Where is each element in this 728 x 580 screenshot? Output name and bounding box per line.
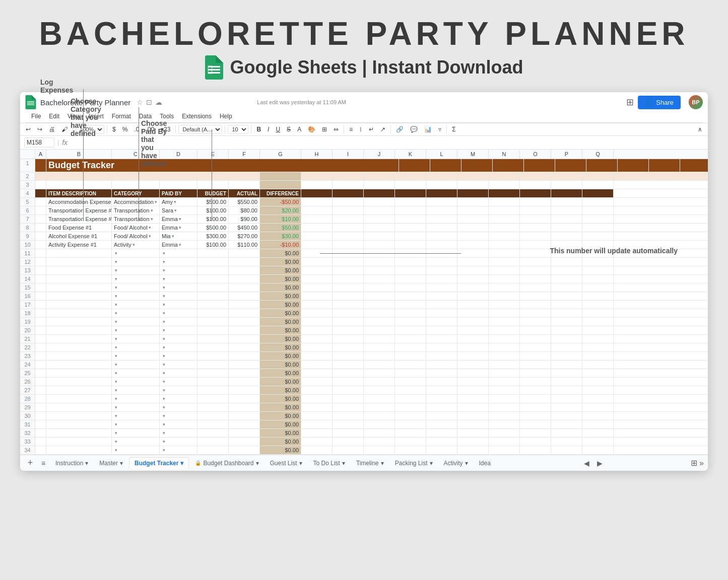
cell-26a[interactable]	[35, 378, 46, 386]
cell-32m[interactable]	[457, 429, 489, 437]
cell-20p[interactable]	[551, 326, 582, 334]
cell-26j[interactable]	[364, 378, 395, 386]
cell-22g[interactable]: $0.00	[260, 343, 301, 351]
cell-18n[interactable]	[489, 309, 520, 317]
cell-21p[interactable]	[551, 335, 582, 343]
cell-9m[interactable]	[457, 232, 489, 240]
cell-4c[interactable]: CATEGORY	[112, 189, 160, 197]
cell-3h[interactable]	[301, 181, 333, 189]
cell-16a[interactable]	[35, 292, 46, 300]
cell-30i[interactable]	[333, 412, 364, 420]
cell-12h[interactable]	[301, 258, 333, 266]
sheets-list-btn[interactable]: ≡	[37, 457, 49, 469]
cell-18c[interactable]: ▾	[112, 309, 160, 317]
cell-23d[interactable]: ▾	[160, 352, 197, 360]
cell-10j[interactable]	[364, 241, 395, 249]
cell-7g[interactable]: $10.00	[260, 215, 301, 223]
cell-2g[interactable]	[260, 172, 301, 180]
cell-28n[interactable]	[489, 395, 520, 403]
cell-6g[interactable]: $20.00	[260, 206, 301, 214]
cell-31k[interactable]	[395, 420, 426, 428]
cell-29q[interactable]	[582, 403, 614, 411]
cell-22p[interactable]	[551, 343, 582, 351]
cell-34e[interactable]	[197, 446, 229, 454]
cell-13n[interactable]	[489, 266, 520, 274]
cell-10k[interactable]	[395, 241, 426, 249]
cell-29j[interactable]	[364, 403, 395, 411]
cell-31i[interactable]	[333, 420, 364, 428]
cell-25d[interactable]: ▾	[160, 369, 197, 377]
cell-21l[interactable]	[426, 335, 457, 343]
cell-13c[interactable]: ▾	[112, 266, 160, 274]
cell-4k[interactable]	[395, 189, 426, 197]
cell-2j[interactable]	[364, 172, 395, 180]
cell-3a[interactable]	[35, 181, 46, 189]
cell-13l[interactable]	[426, 266, 457, 274]
cell-24g[interactable]: $0.00	[260, 360, 301, 369]
menu-extensions[interactable]: Extensions	[179, 111, 215, 121]
cell-12m[interactable]	[457, 258, 489, 266]
cell-28l[interactable]	[426, 395, 457, 403]
cell-32e[interactable]	[197, 429, 229, 437]
cell-15q[interactable]	[582, 283, 614, 292]
cell-28h[interactable]	[301, 395, 333, 403]
cell-17a[interactable]	[35, 301, 46, 309]
cell-5m[interactable]	[457, 198, 489, 206]
cell-13k[interactable]	[395, 266, 426, 274]
cell-18m[interactable]	[457, 309, 489, 317]
cell-26h[interactable]	[301, 378, 333, 386]
cell-9q[interactable]	[582, 232, 614, 240]
cell-19b[interactable]	[46, 318, 112, 326]
cell-34j[interactable]	[364, 446, 395, 454]
increase-decimal-btn[interactable]: .00	[143, 125, 157, 134]
cell-13a[interactable]	[35, 266, 46, 274]
cell-11d[interactable]: ▾	[160, 249, 197, 257]
star-icon[interactable]: ☆	[137, 98, 143, 106]
cell-33p[interactable]	[551, 438, 582, 446]
cell-30l[interactable]	[426, 412, 457, 420]
cell-12g[interactable]: $0.00	[260, 258, 301, 266]
cell-31n[interactable]	[489, 420, 520, 428]
cell-30p[interactable]	[551, 412, 582, 420]
cell-8k[interactable]	[395, 224, 426, 232]
cell-24p[interactable]	[551, 360, 582, 369]
cell-32a[interactable]	[35, 429, 46, 437]
cell-33q[interactable]	[582, 438, 614, 446]
cell-6p[interactable]	[551, 206, 582, 214]
cell-1p[interactable]	[649, 159, 680, 172]
cell-26g[interactable]: $0.00	[260, 378, 301, 386]
cell-3f[interactable]	[229, 181, 260, 189]
cell-24l[interactable]	[426, 360, 457, 369]
cell-27n[interactable]	[489, 386, 520, 394]
cell-31g[interactable]: $0.00	[260, 420, 301, 428]
cell-10e[interactable]: $100.00	[197, 241, 229, 249]
cell-28f[interactable]	[229, 395, 260, 403]
cell-23g[interactable]: $0.00	[260, 352, 301, 360]
cell-24n[interactable]	[489, 360, 520, 369]
cell-21f[interactable]	[229, 335, 260, 343]
cell-2f[interactable]	[229, 172, 260, 180]
cell-25e[interactable]	[197, 369, 229, 377]
cell-15c[interactable]: ▾	[112, 283, 160, 292]
cell-3i[interactable]	[333, 181, 364, 189]
cell-26m[interactable]	[457, 378, 489, 386]
cell-13i[interactable]	[333, 266, 364, 274]
cell-33l[interactable]	[426, 438, 457, 446]
cell-5h[interactable]	[301, 198, 333, 206]
cell-19k[interactable]	[395, 318, 426, 326]
cell-6j[interactable]	[364, 206, 395, 214]
cell-16g[interactable]: $0.00	[260, 292, 301, 300]
paint-format-btn[interactable]: 🖌	[59, 125, 70, 134]
cell-30a[interactable]	[35, 412, 46, 420]
cell-17f[interactable]	[229, 301, 260, 309]
cell-23c[interactable]: ▾	[112, 352, 160, 360]
cell-6f[interactable]: $80.00	[229, 206, 260, 214]
cell-17o[interactable]	[520, 301, 551, 309]
cell-14a[interactable]	[35, 275, 46, 283]
cell-3n[interactable]	[489, 181, 520, 189]
cell-15l[interactable]	[426, 283, 457, 292]
cell-34n[interactable]	[489, 446, 520, 454]
cell-5n[interactable]	[489, 198, 520, 206]
cell-23n[interactable]	[489, 352, 520, 360]
menu-data[interactable]: Data	[136, 111, 155, 121]
